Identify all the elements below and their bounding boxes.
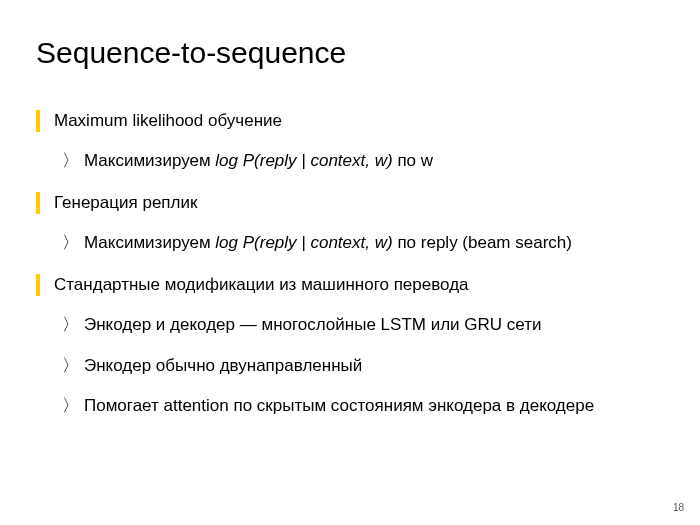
list-item: Maximum likelihood обучение 〉 Максимизир… — [36, 110, 664, 172]
sub-prefix: Максимизируем — [84, 151, 215, 170]
sub-item: 〉 Энкодер обычно двунаправленный — [54, 355, 664, 377]
angle-icon: 〉 — [62, 355, 79, 377]
item-label: Стандартные модификации из машинного пер… — [54, 275, 469, 294]
angle-icon: 〉 — [62, 232, 79, 254]
slide-title: Sequence-to-sequence — [36, 36, 664, 70]
sub-item: 〉 Помогает attention по скрытым состояни… — [54, 395, 664, 417]
angle-icon: 〉 — [62, 395, 79, 417]
bullet-list: Maximum likelihood обучение 〉 Максимизир… — [36, 110, 664, 417]
sub-item-text: Энкодер и декодер — многослойные LSTM ил… — [84, 315, 541, 334]
angle-icon: 〉 — [62, 314, 79, 336]
item-label: Генерация реплик — [54, 193, 197, 212]
sub-prefix: Максимизируем — [84, 233, 215, 252]
sub-list: 〉 Энкодер и декодер — многослойные LSTM … — [54, 314, 664, 416]
sub-list: 〉 Максимизируем log P(reply | context, w… — [54, 232, 664, 254]
sub-formula: log P(reply | context, w) — [215, 233, 392, 252]
item-label: Maximum likelihood обучение — [54, 111, 282, 130]
sub-list: 〉 Максимизируем log P(reply | context, w… — [54, 150, 664, 172]
sub-formula: log P(reply | context, w) — [215, 151, 392, 170]
sub-item-text: Максимизируем log P(reply | context, w) … — [84, 233, 572, 252]
sub-item: 〉 Максимизируем log P(reply | context, w… — [54, 232, 664, 254]
list-item: Генерация реплик 〉 Максимизируем log P(r… — [36, 192, 664, 254]
sub-item-text: Энкодер обычно двунаправленный — [84, 356, 362, 375]
sub-item: 〉 Максимизируем log P(reply | context, w… — [54, 150, 664, 172]
list-item: Стандартные модификации из машинного пер… — [36, 274, 664, 416]
sub-item-text: Помогает attention по скрытым состояниям… — [84, 396, 594, 415]
sub-suffix: по w — [393, 151, 433, 170]
sub-suffix: по reply (beam search) — [393, 233, 572, 252]
slide: Sequence-to-sequence Maximum likelihood … — [0, 0, 700, 525]
angle-icon: 〉 — [62, 150, 79, 172]
bullet-bar-icon — [36, 192, 40, 214]
sub-item-text: Максимизируем log P(reply | context, w) … — [84, 151, 433, 170]
bullet-bar-icon — [36, 110, 40, 132]
page-number: 18 — [673, 502, 684, 513]
bullet-bar-icon — [36, 274, 40, 296]
sub-item: 〉 Энкодер и декодер — многослойные LSTM … — [54, 314, 664, 336]
